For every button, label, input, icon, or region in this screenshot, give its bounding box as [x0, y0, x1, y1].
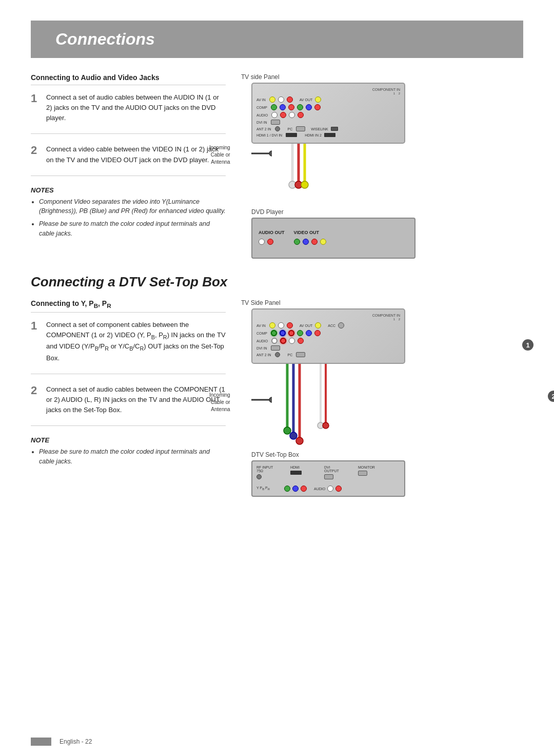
- comp-y: [271, 104, 277, 110]
- comp-pr: [288, 104, 294, 110]
- pc-label2: PC: [288, 353, 294, 357]
- av-out-yellow: [315, 96, 321, 103]
- audio-row2: AUDIO: [256, 338, 400, 344]
- step1-2-text: Connect a video cable between the VIDEO …: [46, 144, 226, 165]
- footer-text: English - 22: [60, 738, 92, 745]
- dvi-row: DVI IN: [256, 120, 400, 125]
- pc-port: [296, 126, 305, 131]
- step2-2-number: 2: [31, 384, 42, 415]
- section1-diagram: TV side Panel COMPONENT IN1 2 AV IN AV O: [241, 73, 523, 259]
- dtv-rf-area: RF INPUT75Ω: [256, 466, 287, 479]
- comp-pr2: [314, 104, 321, 110]
- comp-y-dtv1: [271, 330, 277, 336]
- section1-heading: Connecting to Audio and Video Jacks: [31, 73, 226, 85]
- step2-1-text: Connect a set of component cables betwee…: [46, 320, 226, 363]
- note2-list: Please be sure to match the color coded …: [31, 447, 226, 467]
- av-in-white2: [278, 322, 284, 328]
- dvi-label: DVI IN: [256, 121, 268, 124]
- stb-pr: [301, 486, 307, 492]
- av-in-white: [278, 96, 284, 103]
- audio-r-dtv1: [280, 338, 286, 344]
- av-in-label: AV IN: [256, 98, 267, 102]
- ant-row2: ANT 2 IN PC: [256, 352, 400, 357]
- stb-audio-l: [327, 486, 333, 492]
- step2-1: 1 Connect a set of component cables betw…: [31, 320, 226, 374]
- av-out-yellow2: [315, 322, 321, 328]
- note1-item1: Component Video separates the video into…: [39, 197, 226, 217]
- ant-coax: [275, 126, 280, 131]
- step1-2: 2 Connect a video cable between the VIDE…: [31, 144, 226, 176]
- audio-out-label2: AUDIO: [314, 487, 325, 491]
- audio-label1: AUDIO: [256, 113, 269, 117]
- dtv-label: DTV Set-Top Box: [251, 451, 523, 458]
- page-title: Connections: [55, 30, 155, 48]
- step2-1-number: 1: [31, 320, 42, 363]
- av-out-label2: AV OUT: [300, 324, 313, 327]
- hdmi-row: HDMI 1 / DVI IN HDMI IN 2: [256, 133, 400, 137]
- hdmi-out-label: HDMI: [290, 466, 321, 469]
- tv-panel-box2: COMPONENT IN1 2 AV IN AV OUT ACC CO: [251, 308, 405, 364]
- section1-left: Connecting to Audio and Video Jacks 1 Co…: [31, 73, 226, 259]
- dvd-audio-r: [267, 239, 273, 245]
- cables-to-dvd-svg: [251, 144, 416, 210]
- comp-row1: COMP: [256, 104, 400, 110]
- comp-pr-dtv1: [288, 330, 294, 336]
- dvd-label: DVD Player: [251, 208, 523, 216]
- ant-row: ANT 2 IN PC WISELINK: [256, 126, 400, 131]
- audio-label2: AUDIO: [256, 339, 269, 343]
- av-in-red: [287, 96, 293, 103]
- svg-point-7: [301, 181, 308, 188]
- av-in-label2: AV IN: [256, 324, 267, 327]
- stb-y: [284, 486, 290, 492]
- monitor-label: MONITOR: [358, 466, 389, 469]
- hdmi-label: HDMI 1 / DVI IN: [256, 133, 283, 137]
- av-in-yellow: [269, 96, 275, 103]
- usb-port: [331, 127, 338, 131]
- badge-2: 2: [548, 391, 554, 402]
- dvd-pb: [303, 239, 309, 245]
- hdmi2-label: HDMI IN 2: [305, 133, 322, 137]
- dvd-pr: [311, 239, 318, 245]
- pc-label: PC: [288, 127, 294, 131]
- dtv-box: RF INPUT75Ω HDMI DVIOUTPUT MONITOR: [251, 460, 405, 497]
- dvd-video-area: VIDEO OUT: [294, 230, 326, 246]
- stb-audio-r: [335, 486, 342, 492]
- dtv-output-area: Y PB PR AUDIO: [256, 486, 400, 492]
- audio-l1: [271, 112, 278, 118]
- av-in-red2: [287, 322, 293, 328]
- comp-label2: COMP: [256, 332, 268, 335]
- dvi-out-port: [324, 474, 333, 479]
- audio-r2: [298, 112, 304, 118]
- section2-major-heading: Connecting a DTV Set-Top Box: [31, 274, 523, 290]
- footer-bar: [31, 738, 51, 746]
- comp-pb-dtv2: [306, 330, 312, 336]
- svg-point-1: [269, 151, 272, 156]
- comp-y-dtv2: [297, 330, 303, 336]
- dvd-y: [294, 239, 300, 245]
- ant-label: ANT 2 IN: [256, 127, 272, 131]
- dvi-row2: DVI IN: [256, 345, 400, 351]
- hdmi-out-port: [290, 471, 302, 475]
- dvd-audio-row: [259, 239, 285, 245]
- section2-note: NOTE Please be sure to match the color c…: [31, 436, 226, 467]
- svg-point-17: [323, 422, 329, 429]
- note2-title: NOTE: [31, 436, 226, 444]
- step2-2-text: Connect a set of audio cables between th…: [46, 384, 226, 415]
- note1-item2: Please be sure to match the color coded …: [39, 219, 226, 239]
- comp-in-label2: COMPONENT IN1 2: [256, 314, 400, 321]
- acc-label: ACC: [328, 324, 335, 327]
- dtv-dvi-area: DVIOUTPUT: [324, 466, 355, 479]
- note2-item1: Please be sure to match the color coded …: [39, 447, 226, 467]
- section2-row: Connecting to Y, PB, PR 1 Connect a set …: [31, 299, 523, 497]
- dvd-box: AUDIO OUT VIDEO OUT: [251, 218, 416, 259]
- video-out-label: VIDEO OUT: [294, 230, 326, 235]
- dvd-video-row: [294, 239, 326, 245]
- dvi-out-label: DVIOUTPUT: [324, 466, 355, 473]
- step1-1-text: Connect a set of audio cables between th…: [46, 92, 226, 123]
- step1-1: 1 Connect a set of audio cables between …: [31, 92, 226, 134]
- cable-to-tv-svg2: [221, 390, 272, 410]
- av-row: AV IN AV OUT: [256, 96, 400, 103]
- main-content: Connecting to Audio and Video Jacks 1 Co…: [0, 73, 554, 497]
- av-out-label: AV OUT: [300, 98, 313, 102]
- cables-to-stb-svg: [251, 364, 416, 456]
